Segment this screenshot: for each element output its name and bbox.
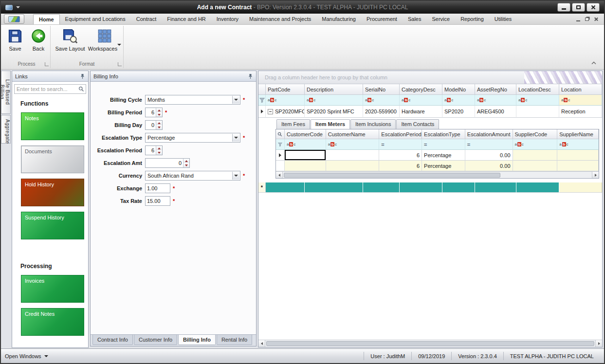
- back-button[interactable]: Back: [27, 29, 50, 52]
- detail-filter-customercode[interactable]: abc: [285, 139, 326, 150]
- ribbon-collapse-button[interactable]: [589, 59, 598, 66]
- ribbon-tab-reporting[interactable]: Reporting: [455, 14, 489, 24]
- detail-column-customername[interactable]: CustomerName: [326, 129, 380, 139]
- escalation-period-spinner[interactable]: 6: [145, 146, 163, 155]
- ribbon-tab-home[interactable]: Home: [33, 14, 60, 24]
- workspaces-dropdown-icon[interactable]: [117, 44, 121, 52]
- dropdown-arrow-icon[interactable]: [232, 134, 239, 142]
- close-button[interactable]: [587, 3, 600, 12]
- ribbon-tab-contract[interactable]: Contract: [131, 14, 162, 24]
- scrollbar-thumb[interactable]: [284, 173, 500, 178]
- spin-up-icon[interactable]: [183, 159, 189, 163]
- scroll-right-icon[interactable]: [592, 172, 599, 178]
- detail-cell-escalationtype[interactable]: Percentage: [422, 150, 465, 161]
- spin-up-icon[interactable]: [156, 121, 162, 125]
- filter-cell-description[interactable]: abc: [305, 95, 363, 106]
- exchange-field[interactable]: [145, 183, 170, 193]
- tab-billing-info[interactable]: Billing Info: [178, 335, 216, 345]
- detail-cell-escalationamount[interactable]: 0.00: [465, 150, 513, 161]
- filter-cell-modelno[interactable]: abc: [442, 95, 475, 106]
- detail-cell-escalationamount[interactable]: 0.00: [465, 161, 513, 171]
- dropdown-arrow-icon[interactable]: [232, 172, 239, 180]
- cell-partcode[interactable]: SP2020MFC: [266, 106, 305, 118]
- ribbon-tab-sales[interactable]: Sales: [403, 14, 427, 24]
- tab-customer-info[interactable]: Customer Info: [134, 335, 177, 345]
- detail-cell-customercode-selected[interactable]: [285, 150, 326, 161]
- filter-cell-location[interactable]: abc: [559, 95, 602, 106]
- scroll-right-icon[interactable]: [595, 340, 602, 347]
- detail-column-escalationtype[interactable]: EscalationType: [422, 129, 465, 139]
- side-tab-aggregate[interactable]: Aggregate: [1, 115, 11, 144]
- detail-column-escalationperiod[interactable]: EscalationPeriod: [379, 129, 422, 139]
- detail-filter-customername[interactable]: abc: [326, 139, 380, 150]
- filter-cell-categorydesc[interactable]: abc: [400, 95, 442, 106]
- detail-filter-suppliername[interactable]: abc: [557, 139, 599, 150]
- invoices-button[interactable]: Invoices: [21, 275, 84, 303]
- format-dialog-launcher-icon[interactable]: [118, 62, 122, 66]
- detail-column-customercode[interactable]: CustomerCode: [285, 129, 326, 139]
- detail-filter-escalationperiod[interactable]: =: [379, 139, 422, 150]
- new-cell-location[interactable]: [559, 182, 602, 193]
- ribbon-tab-service[interactable]: Service: [426, 14, 455, 24]
- column-header-assetregno[interactable]: AssetRegNo: [475, 84, 516, 95]
- tab-item-contacts[interactable]: Item Contacts: [396, 119, 439, 129]
- tab-item-fees[interactable]: Item Fees: [276, 119, 310, 129]
- detail-cell-suppliercode[interactable]: [513, 161, 558, 171]
- detail-cell-escalationperiod[interactable]: 6: [379, 150, 422, 161]
- detail-filter-escalationtype[interactable]: =: [422, 139, 465, 150]
- spin-down-icon[interactable]: [156, 150, 162, 155]
- quick-access-dropdown-icon[interactable]: [16, 6, 20, 8]
- cell-assetregno[interactable]: AREG4500: [475, 106, 516, 118]
- new-cell-description[interactable]: [305, 182, 363, 193]
- escalation-type-dropdown[interactable]: Percentage: [145, 133, 240, 143]
- currency-dropdown[interactable]: South African Rand: [145, 171, 240, 181]
- scroll-left-icon[interactable]: [258, 340, 265, 347]
- ribbon-tab-finance-and-hr[interactable]: Finance and HR: [162, 14, 211, 24]
- spin-up-icon[interactable]: [156, 146, 162, 150]
- new-cell-modelno[interactable]: [442, 182, 475, 193]
- minimize-button[interactable]: [557, 3, 570, 12]
- column-header-serialno[interactable]: SerialNo: [363, 84, 400, 95]
- cell-modelno[interactable]: SP2020: [442, 106, 475, 118]
- ribbon-restore-icon[interactable]: [585, 18, 589, 21]
- ribbon-tab-inventory[interactable]: Inventory: [211, 14, 244, 24]
- open-windows-dropdown[interactable]: Open Windows: [5, 353, 48, 359]
- detail-cell-customername[interactable]: [326, 150, 380, 161]
- detail-cell-customername[interactable]: [326, 161, 380, 171]
- ribbon-tab-equipment-and-locations[interactable]: Equipment and Locations: [60, 14, 131, 24]
- grid-data-row[interactable]: SP2020MFC SP2020 Sprint MFC 2020-559900 …: [258, 106, 602, 118]
- detail-data-row[interactable]: 6 Percentage 0.00: [276, 161, 599, 171]
- application-menu-button[interactable]: [4, 14, 24, 24]
- new-cell-partcode[interactable]: [266, 182, 305, 193]
- ribbon-tab-procurement[interactable]: Procurement: [361, 14, 403, 24]
- cell-categorydesc[interactable]: Hardware: [400, 106, 442, 118]
- collapse-detail-icon[interactable]: [268, 109, 273, 114]
- grid-new-row[interactable]: *: [258, 182, 602, 193]
- spin-up-icon[interactable]: [156, 108, 162, 112]
- cell-description[interactable]: SP2020 Sprint MFC: [305, 106, 363, 118]
- process-dialog-launcher-icon[interactable]: [45, 62, 49, 66]
- side-tab-life-based-billing[interactable]: Life Based Billing: [1, 71, 11, 114]
- filter-cell-assetregno[interactable]: abc: [475, 95, 516, 106]
- save-layout-button[interactable]: Save Layout: [54, 29, 87, 52]
- detail-column-suppliername[interactable]: SupplierName: [557, 129, 599, 139]
- detail-search-header[interactable]: [276, 129, 285, 139]
- tab-contract-info[interactable]: Contract Info: [92, 335, 133, 345]
- tab-rental-info[interactable]: Rental Info: [217, 335, 252, 345]
- tax-rate-field[interactable]: [145, 196, 170, 206]
- detail-column-suppliercode[interactable]: SupplierCode: [513, 129, 558, 139]
- detail-cell-escalationperiod[interactable]: 6: [379, 161, 422, 171]
- detail-column-escalationamount[interactable]: EscalationAmount: [465, 129, 513, 139]
- new-cell-locationdesc[interactable]: [516, 182, 559, 193]
- cell-serialno[interactable]: 2020-559900: [363, 106, 400, 118]
- filter-cell-serialno[interactable]: abc: [363, 95, 400, 106]
- column-header-location[interactable]: Location: [559, 84, 602, 95]
- ribbon-minimize-icon[interactable]: [576, 20, 580, 21]
- billing-period-spinner[interactable]: 6: [145, 108, 163, 117]
- escalation-amt-spinner[interactable]: 0: [145, 158, 190, 168]
- grid-horizontal-scrollbar[interactable]: [258, 340, 602, 347]
- ribbon-tab-manufacturing[interactable]: Manufacturing: [316, 14, 361, 24]
- billing-day-spinner[interactable]: 0: [145, 120, 163, 130]
- column-header-description[interactable]: Description: [305, 84, 363, 95]
- tab-item-meters[interactable]: Item Meters: [311, 119, 350, 129]
